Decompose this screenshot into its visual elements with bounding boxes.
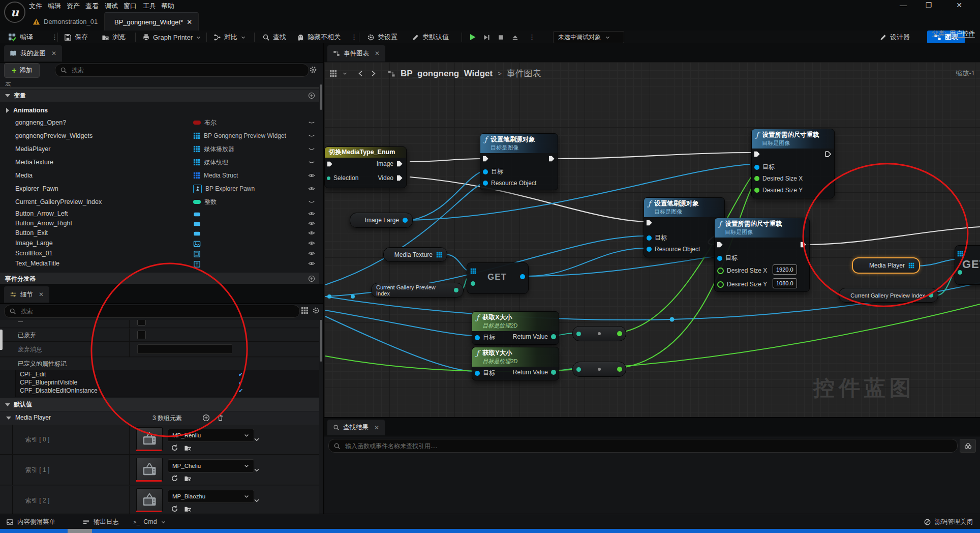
desired-size-x-value[interactable]: 1920.0 bbox=[773, 264, 797, 275]
save-button[interactable]: 保存 bbox=[64, 31, 88, 43]
menu-window[interactable]: 窗口 bbox=[124, 2, 137, 11]
my-blueprint-search-input[interactable] bbox=[71, 66, 304, 74]
menu-asset[interactable]: 资产 bbox=[67, 2, 80, 11]
details-search[interactable] bbox=[4, 305, 300, 318]
eye-open-icon[interactable] bbox=[308, 220, 315, 227]
diff-button[interactable]: 对比 bbox=[213, 31, 246, 43]
output-log-button[interactable]: 输出日志 bbox=[82, 514, 119, 529]
node-array-get-1[interactable]: GET bbox=[467, 262, 529, 294]
variable-row[interactable]: Text_MediaTitle bbox=[0, 258, 318, 269]
index-pin[interactable] bbox=[471, 281, 475, 286]
variable-row[interactable]: Button_Arrow_Right bbox=[0, 218, 318, 228]
my-blueprint-search[interactable] bbox=[55, 64, 309, 77]
menu-file[interactable]: 文件 bbox=[29, 2, 42, 11]
deprecation-message-input[interactable] bbox=[137, 344, 232, 354]
media-player-select[interactable]: MP_Renliu bbox=[168, 429, 254, 442]
selection-pin[interactable] bbox=[327, 176, 330, 180]
details-tab[interactable]: 细节 ✕ bbox=[4, 286, 49, 303]
checkbox[interactable] bbox=[137, 320, 146, 325]
details-settings-gear-icon[interactable] bbox=[312, 307, 320, 314]
variable-row[interactable]: MediaPlayer 媒体播放器 bbox=[0, 143, 318, 155]
find-results-search-input[interactable] bbox=[344, 442, 953, 450]
use-selected-icon[interactable] bbox=[171, 505, 178, 513]
int-in-pin[interactable] bbox=[576, 332, 581, 336]
eye-closed-icon[interactable] bbox=[308, 132, 315, 139]
node-int-to-float-2[interactable] bbox=[572, 362, 626, 377]
browse-to-asset-icon[interactable] bbox=[184, 505, 192, 513]
return-value-pin[interactable] bbox=[551, 334, 556, 339]
desired-size-y-value[interactable]: 1080.0 bbox=[773, 278, 797, 288]
compile-button[interactable]: 编译 bbox=[8, 31, 33, 43]
menu-view[interactable]: 查看 bbox=[85, 2, 99, 11]
close-icon[interactable]: ✕ bbox=[374, 424, 379, 431]
node-set-brush-resource-1[interactable]: ƒ 设置笔刷源对象 目标是图像 目标 Resource Object bbox=[480, 133, 558, 190]
desired-size-x-pin[interactable] bbox=[754, 176, 759, 181]
menu-debug[interactable]: 调试 bbox=[105, 2, 118, 11]
source-control-button[interactable]: 源码管理关闭 bbox=[924, 514, 973, 529]
find-button[interactable]: 查找 bbox=[262, 31, 286, 43]
media-player-thumbnail[interactable] bbox=[136, 458, 163, 481]
float-out-pin[interactable] bbox=[617, 367, 622, 372]
exec-in-pin[interactable] bbox=[754, 151, 760, 157]
add-icon[interactable] bbox=[308, 92, 315, 99]
menu-edit[interactable]: 编辑 bbox=[48, 2, 61, 11]
resource-object-pin[interactable] bbox=[647, 247, 652, 252]
scrollbar[interactable] bbox=[320, 84, 322, 110]
array-pin[interactable] bbox=[957, 251, 963, 257]
target-pin[interactable] bbox=[647, 235, 652, 241]
graph-printer-button[interactable]: Graph Printer bbox=[142, 31, 201, 43]
eye-open-icon[interactable] bbox=[308, 250, 315, 257]
cmd-dropdown[interactable]: >_ Cmd bbox=[133, 514, 166, 529]
grid-pin[interactable] bbox=[436, 252, 442, 258]
expand-element-icon[interactable] bbox=[253, 497, 260, 504]
exec-in-pin[interactable] bbox=[717, 242, 723, 248]
eye-closed-icon[interactable] bbox=[308, 159, 315, 166]
variable-row[interactable]: gongneng_Open? 布尔 bbox=[0, 116, 318, 129]
minimize-button[interactable]: — bbox=[896, 1, 911, 9]
parent-class-link[interactable]: 用户控件 bbox=[950, 30, 975, 38]
exec-out-pin[interactable] bbox=[800, 242, 807, 248]
find-results-search[interactable] bbox=[328, 439, 958, 453]
target-pin[interactable] bbox=[483, 169, 488, 174]
node-array-get-2[interactable]: GET bbox=[955, 245, 980, 285]
add-variable-button[interactable]: + 添加 bbox=[4, 63, 40, 78]
scrollbar[interactable] bbox=[320, 320, 322, 362]
getter-preview-index-1[interactable]: Current Gallery Preview Index bbox=[371, 283, 464, 298]
variable-row[interactable]: Current_GalleryPreview_Index 整数 bbox=[0, 196, 318, 208]
variable-row[interactable]: Button_Exit bbox=[0, 228, 318, 238]
exec-out-pin[interactable] bbox=[825, 151, 832, 157]
exec-out-pin-video[interactable] bbox=[396, 175, 403, 181]
exec-out-pin[interactable] bbox=[548, 156, 555, 162]
variable-row[interactable]: Image_Large bbox=[0, 238, 318, 248]
desired-size-y-pin[interactable] bbox=[754, 188, 759, 193]
find-in-blueprints-button[interactable] bbox=[960, 439, 976, 453]
deprecated-checkbox[interactable] bbox=[137, 331, 146, 339]
menu-tools[interactable]: 工具 bbox=[143, 2, 156, 11]
float-out-pin[interactable] bbox=[617, 331, 622, 336]
eye-closed-icon[interactable] bbox=[308, 145, 315, 153]
sidebar-handle[interactable] bbox=[0, 330, 3, 350]
exec-in-pin[interactable] bbox=[646, 220, 653, 226]
target-pin[interactable] bbox=[717, 256, 722, 261]
eye-open-icon[interactable] bbox=[308, 185, 315, 192]
resource-object-pin[interactable] bbox=[483, 181, 488, 186]
int-in-pin[interactable] bbox=[576, 367, 581, 372]
media-player-thumbnail[interactable] bbox=[136, 488, 163, 512]
tab-demonstration[interactable]: Demonstration_01 bbox=[26, 12, 104, 31]
defaults-section-header[interactable]: 默认值 bbox=[0, 398, 319, 411]
variable-row[interactable]: gongnengPreview_Widgets BP Gongneng Prev… bbox=[0, 130, 318, 142]
media-player-array-row[interactable]: Media Player 3 数组元素 bbox=[0, 411, 319, 425]
media-player-select[interactable]: MP_Biaozhu bbox=[168, 490, 254, 503]
expand-element-icon[interactable] bbox=[253, 466, 260, 473]
menu-help[interactable]: 帮助 bbox=[161, 2, 174, 11]
use-selected-icon[interactable] bbox=[171, 475, 178, 482]
exec-out-pin-image[interactable] bbox=[396, 161, 403, 167]
my-blueprint-tab[interactable]: 我的蓝图 ✕ bbox=[4, 45, 62, 62]
variable-row[interactable]: Button_Arrow_Left bbox=[0, 209, 318, 219]
class-settings-button[interactable]: 类设置 bbox=[367, 31, 397, 43]
eject-button[interactable] bbox=[511, 31, 519, 43]
hide-unrelated-options-icon[interactable]: ⋮ bbox=[351, 33, 357, 41]
variable-row[interactable]: Media Media Struct bbox=[0, 169, 318, 182]
element-out-pin[interactable] bbox=[520, 274, 525, 279]
node-get-size-y[interactable]: ƒ 获取Y大小 目标是纹理2D 目标 Return Value bbox=[472, 347, 559, 380]
